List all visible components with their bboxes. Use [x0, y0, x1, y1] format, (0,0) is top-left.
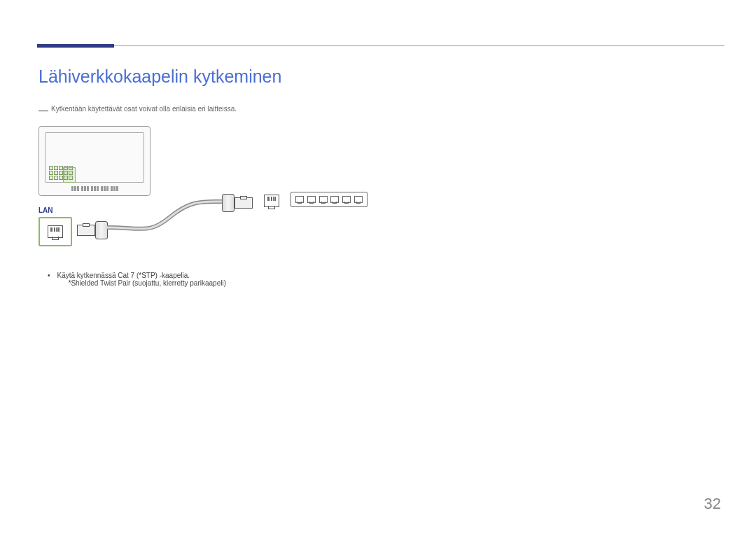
rj45-plug-icon	[234, 197, 253, 209]
cable-connector-switch-side	[222, 194, 253, 212]
cable-boot-icon	[95, 221, 108, 239]
notes-list: • Käytä kytkennässä Cat 7 (*STP) -kaapel…	[48, 272, 226, 290]
switch-port-icon	[319, 196, 328, 203]
cable-connector-device-side	[77, 221, 108, 239]
bullet-text: Käytä kytkennässä Cat 7 (*STP) -kaapelia…	[57, 272, 226, 279]
lan-port-detail	[38, 217, 72, 246]
bullet-subtext: *Shielded Twist Pair (suojattu, kierrett…	[69, 279, 226, 287]
note-text: Kytkentään käytettävät osat voivat olla …	[51, 105, 237, 113]
intermediate-port-icon	[264, 195, 278, 207]
switch-port-icon	[307, 196, 316, 203]
switch-port-icon	[330, 196, 339, 203]
cable-path	[107, 175, 233, 238]
header-accent-bar	[37, 44, 114, 48]
monitor-lan-port-highlight	[63, 167, 76, 183]
note-line: ― Kytkentään käytettävät osat voivat oll…	[38, 105, 237, 115]
bullet-dot-icon: •	[48, 272, 50, 287]
connection-diagram: LAN	[38, 126, 150, 196]
switch-port-icon	[295, 196, 304, 203]
switch-port-icon	[354, 196, 363, 203]
cable-boot-icon	[222, 194, 234, 212]
header-rule	[37, 45, 724, 46]
note-dash-icon: ―	[38, 105, 48, 115]
lan-port-label: LAN	[38, 206, 53, 214]
network-switch-device	[290, 192, 368, 207]
page-number: 32	[704, 495, 721, 513]
page-title: Lähiverkkokaapelin kytkeminen	[38, 66, 281, 87]
switch-port-icon	[342, 196, 351, 203]
rj45-plug-icon	[77, 225, 95, 236]
rj45-port-icon	[48, 225, 63, 238]
